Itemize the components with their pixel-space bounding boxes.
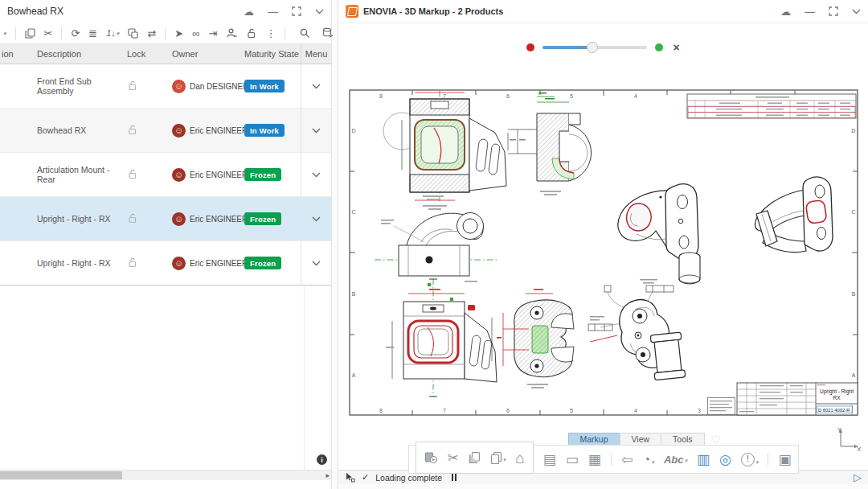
link-icon[interactable]: ∞ [192,28,199,39]
search-icon[interactable] [299,27,310,39]
column-header-owner[interactable]: Owner [172,49,244,59]
column-header-description[interactable]: Description [31,49,119,59]
row-menu-chevron-icon[interactable] [312,216,321,222]
avatar [172,80,186,93]
home-icon[interactable]: ⌂ [515,450,524,466]
table-row[interactable]: Front End Sub Assembly Dan DESIGNER In W… [0,64,331,109]
right-window-title: ENOVIA - 3D Markup - 2 Products [363,6,503,16]
database-edit-icon[interactable] [322,27,334,39]
divider [611,454,612,466]
markup-sheets-icon[interactable]: ▤ [543,453,556,466]
unlock-icon[interactable] [127,168,137,179]
scrollbar-arrow-right[interactable]: ▸ [326,471,330,480]
paste-icon[interactable] [424,451,437,464]
measure-icon[interactable]: ◎ [719,453,731,466]
duplicate-icon[interactable]: ▾ [490,451,506,464]
rectangle-tool-icon[interactable]: ▭ [566,453,579,466]
viewer-canvas[interactable]: × [338,23,868,470]
divider [768,454,768,466]
unlock-icon[interactable] [127,212,137,224]
horizontal-scrollbar[interactable]: ▸ [0,470,331,480]
more-actions-icon[interactable]: ⋮ [265,28,276,39]
play-icon[interactable]: ▷ [854,471,862,483]
scrollbar-thumb[interactable] [0,471,122,479]
info-icon[interactable]: i [317,454,327,465]
text-tool-icon[interactable]: Abc▾ [664,454,687,465]
refresh-icon[interactable]: ⟳ [71,28,80,39]
save-markup-icon[interactable]: ▣ [778,453,791,466]
column-header-menu[interactable]: Menu [301,44,331,64]
annotation-panel-icon[interactable]: ▥ [697,453,710,466]
column-header-lock[interactable]: Lock [119,49,172,59]
row-menu-chevron-icon[interactable] [312,84,321,89]
table-row-selected[interactable]: Upright - Right - RX Eric ENGINEER Froze… [0,197,331,241]
copy-icon[interactable] [25,28,35,39]
pause-icon[interactable] [452,474,457,481]
owner-name: Eric ENGINEER [190,171,248,179]
cloud-icon[interactable]: ☁ [780,6,791,17]
cloud-icon[interactable]: ☁ [244,6,254,17]
expand-icon[interactable] [292,6,301,16]
collapse-chevron-icon[interactable] [852,9,861,14]
copy-icon[interactable] [469,451,481,464]
drawing-sheet[interactable]: 87654321 87654321 DCBA DCBA [349,89,858,416]
svg-text:A: A [852,372,856,378]
unlock-icon[interactable] [127,257,137,268]
cut-icon[interactable]: ✂ [44,28,53,39]
compare-slider: × [338,41,868,54]
pointer-mode-icon [345,472,355,483]
share-icon[interactable]: ➤ [174,28,183,39]
collapse-chevron-icon[interactable] [315,9,324,14]
back-arrow-icon[interactable]: ⇦ [621,453,633,466]
svg-text:8: 8 [379,408,383,413]
divider [61,27,62,39]
unlock-icon[interactable] [127,124,137,135]
minimize-icon[interactable]: — [268,6,278,17]
revision-table [687,94,856,118]
export-icon[interactable]: ⇥ [208,28,217,39]
cut-icon[interactable]: ✂ [447,451,458,465]
minimize-icon[interactable]: — [805,6,815,17]
table-row[interactable]: Articulation Mount - Rear Eric ENGINEER … [0,153,331,197]
green-state-dot[interactable] [655,43,663,51]
row-menu-chevron-icon[interactable] [312,261,321,266]
unlock-icon[interactable] [127,80,137,91]
close-icon[interactable]: × [673,41,679,54]
check-icon: ✓ [362,472,369,483]
sort-icon[interactable]: 1↓▾ [106,29,119,38]
maturity-badge: Frozen [244,257,281,269]
compare-icon[interactable]: ⇄ [147,28,156,39]
grid-markup-icon[interactable]: ▦ [588,453,601,466]
maturity-badge: Frozen [244,212,281,225]
table-row[interactable]: Upright - Right - RX Eric ENGINEER Froze… [0,241,331,286]
lock-icon[interactable] [246,27,256,39]
panel-splitter[interactable] [331,0,338,489]
svg-text:4: 4 [634,93,637,99]
row-description[interactable]: Upright - Right - RX [31,214,119,224]
row-menu-chevron-icon[interactable] [312,128,321,134]
svg-text:4: 4 [634,408,637,413]
duplicate-icon[interactable] [128,28,138,39]
structure-tree-icon[interactable]: ≣ [88,28,97,39]
row-menu-chevron-icon[interactable] [312,172,321,178]
column-header-maturity[interactable]: Maturity State [244,49,301,59]
circle-tool-icon[interactable]: ◔▾ [642,453,654,466]
row-description[interactable]: Front End Sub Assembly [31,76,119,96]
slider-handle[interactable] [587,42,598,53]
column-header-truncated[interactable]: ion [0,49,31,59]
table-row[interactable]: Bowhead RX Eric ENGINEER In Work [0,109,331,153]
assignee-icon[interactable] [226,27,237,39]
title-block: Upright - Right RX D 6021 4002-R [737,383,858,415]
row-description[interactable]: Upright - Right - RX [31,258,119,268]
svg-text:D 6021 4002-R: D 6021 4002-R [818,408,850,413]
slider-track[interactable] [542,46,647,49]
row-description[interactable]: Articulation Mount - Rear [31,165,119,184]
issue-icon[interactable]: !▾ [741,453,759,466]
maturity-badge: In Work [244,124,285,137]
expand-icon[interactable] [829,6,838,16]
clipboard-menu-icon[interactable]: ▾ [3,31,6,36]
owner-name: Eric ENGINEER [190,259,248,268]
table-header: ion Description Lock Owner Maturity Stat… [0,44,331,64]
red-state-dot[interactable] [526,43,534,51]
row-description[interactable]: Bowhead RX [31,125,119,135]
